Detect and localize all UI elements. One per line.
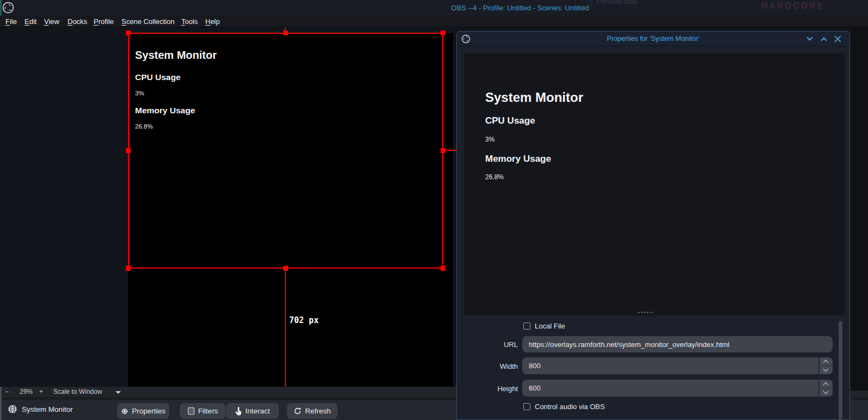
- dock-left-edge: [0, 387, 2, 420]
- preview-title: System Monitor: [485, 90, 583, 105]
- url-label: URL: [479, 340, 518, 349]
- statusbar-separator-2: [111, 387, 111, 396]
- window-right-sliver: [851, 27, 868, 391]
- control-audio-label: Control audio via OBS: [535, 403, 605, 411]
- close-icon: [834, 35, 841, 42]
- menu-view[interactable]: View: [44, 17, 59, 26]
- dialog-close-button[interactable]: [834, 35, 843, 44]
- width-input[interactable]: [522, 357, 833, 374]
- dialog-unshade-button[interactable]: [820, 35, 829, 44]
- menu-docks[interactable]: Docks: [68, 17, 87, 26]
- gear-icon: [121, 407, 129, 415]
- height-input[interactable]: [522, 380, 833, 397]
- width-label: Width: [479, 362, 518, 370]
- chevron-down-icon: [806, 34, 812, 40]
- width-spinner: [818, 357, 833, 374]
- menu-file[interactable]: File: [5, 17, 17, 26]
- local-file-label: Local File: [535, 322, 565, 330]
- local-file-checkbox[interactable]: [523, 322, 530, 330]
- properties-button-label: Properties: [132, 407, 166, 415]
- preview-cpu-value: 3%: [485, 136, 494, 143]
- menu-help[interactable]: Help: [205, 17, 220, 26]
- width-spin-down-button[interactable]: [820, 366, 833, 375]
- zoom-out-button[interactable]: −: [5, 388, 9, 395]
- scale-mode-select[interactable]: Scale to Window: [53, 388, 102, 395]
- filters-icon: [187, 407, 195, 415]
- ghost-window-artifact: [575, 0, 591, 6]
- browser-source-globe-icon: [8, 404, 17, 414]
- zoom-level: 29%: [20, 388, 33, 395]
- preview-cpu-label: CPU Usage: [485, 115, 535, 126]
- height-spinner: [818, 380, 833, 397]
- chevron-up-icon: [821, 37, 827, 43]
- scale-mode-dropdown-arrow-icon[interactable]: [115, 391, 121, 394]
- menu-edit[interactable]: Edit: [25, 17, 36, 26]
- dialog-scrollbar[interactable]: [839, 321, 842, 420]
- properties-dialog: Properties for 'System Monitor' System M…: [456, 31, 850, 420]
- guide-line-top: [285, 27, 286, 33]
- window-titlebar: OBS --4 - Profile: Untitled - Scenes: Un…: [0, 0, 868, 16]
- guide-line-bottom: [285, 269, 286, 387]
- source-selection-box[interactable]: [128, 33, 443, 269]
- menu-scene-collection[interactable]: Scene Collection: [121, 17, 175, 26]
- selection-handle-bottom-right[interactable]: [441, 266, 445, 271]
- zoom-in-button[interactable]: +: [39, 388, 43, 395]
- spin-down-icon: [823, 388, 829, 394]
- guide-line-right: [443, 150, 456, 151]
- source-preview-pane: System Monitor CPU Usage 3% Memory Usage…: [464, 53, 845, 315]
- control-audio-checkbox[interactable]: [523, 403, 530, 410]
- statusbar-separator: [49, 387, 50, 396]
- properties-button[interactable]: Properties: [117, 403, 169, 419]
- filters-button-label: Filters: [198, 407, 218, 415]
- dialog-shade-button[interactable]: [806, 35, 815, 44]
- height-spin-up-button[interactable]: [820, 380, 833, 388]
- spin-up-icon: [823, 360, 829, 366]
- url-input[interactable]: [522, 336, 833, 352]
- refresh-button[interactable]: Refresh: [287, 403, 338, 419]
- refresh-button-label: Refresh: [305, 407, 331, 415]
- refresh-icon: [294, 407, 302, 415]
- selection-handle-top-left[interactable]: [126, 31, 131, 35]
- obs-logo-icon: [2, 2, 14, 14]
- menu-profile[interactable]: Profile: [94, 17, 114, 26]
- menu-tools[interactable]: Tools: [181, 17, 198, 26]
- selected-source-name: System Monitor: [22, 405, 73, 413]
- preview-mem-label: Memory Usage: [485, 154, 551, 165]
- spin-down-icon: [823, 366, 829, 372]
- spin-up-icon: [823, 382, 829, 388]
- preview-mem-value: 26.8%: [485, 173, 504, 181]
- interact-button[interactable]: Interact: [226, 403, 279, 419]
- height-spin-down-button[interactable]: [820, 388, 833, 397]
- selection-handle-bottom-left[interactable]: [126, 266, 131, 271]
- selection-handle-top-right[interactable]: [441, 31, 445, 35]
- selection-handle-mid-left[interactable]: [126, 148, 131, 153]
- filters-button[interactable]: Filters: [180, 403, 225, 419]
- width-spin-up-button[interactable]: [820, 357, 833, 366]
- dialog-titlebar[interactable]: Properties for 'System Monitor': [457, 32, 849, 46]
- dialog-title: Properties for 'System Monitor': [457, 35, 849, 42]
- hand-pointer-icon: [235, 407, 242, 416]
- menu-bar: File Edit View Docks Profile Scene Colle…: [0, 16, 868, 27]
- height-label: Height: [479, 385, 518, 393]
- ghost-text-right: HARDCORE: [761, 1, 824, 11]
- splitter-handle[interactable]: [638, 312, 653, 313]
- ghost-text-left: Filmene dine: [596, 0, 637, 5]
- interact-button-label: Interact: [245, 407, 270, 415]
- height-guide-label: 702 px: [289, 315, 319, 325]
